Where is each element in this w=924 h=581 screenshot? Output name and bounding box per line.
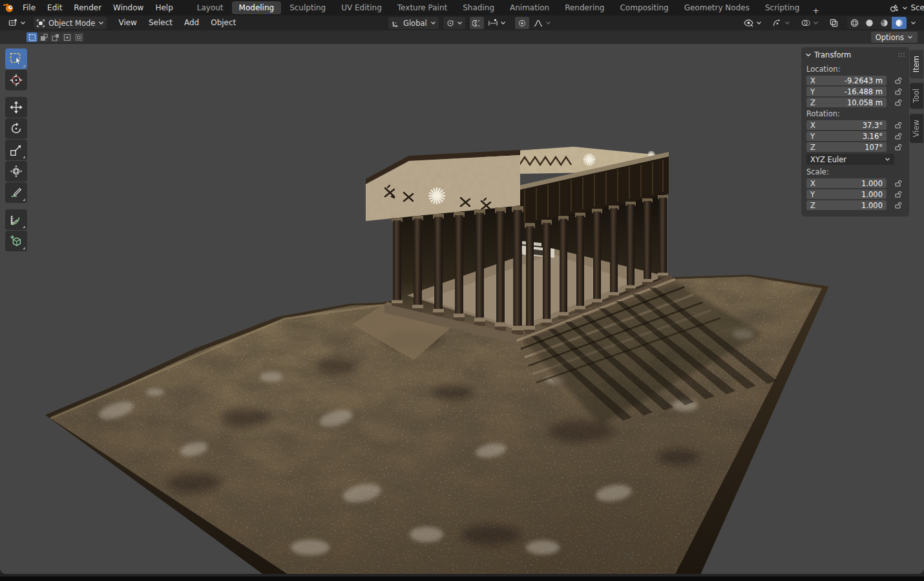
shading-solid-button[interactable] (862, 17, 877, 29)
rotation-z-field[interactable]: Z 107° (806, 142, 887, 152)
shading-wireframe-icon (850, 18, 859, 28)
toolbar (5, 48, 27, 258)
tool-measure-button[interactable] (5, 209, 27, 230)
panel-collapse-icon[interactable] (805, 52, 812, 58)
tool-move-button[interactable] (5, 97, 27, 118)
select-mode-intersect-button[interactable] (73, 32, 84, 42)
scale-z-field[interactable]: Z 1.000 (806, 200, 887, 210)
proportional-editing-button[interactable] (515, 17, 529, 29)
workspace-tab-layout[interactable]: Layout (190, 1, 231, 14)
mode-selector[interactable]: Object Mode (34, 17, 107, 29)
location-label: Location: (806, 65, 909, 74)
location-y-field[interactable]: Y -16.488 m (806, 87, 887, 96)
shading-mode-group (847, 17, 907, 29)
workspace-tab-shading[interactable]: Shading (456, 1, 501, 14)
tool-rotate-button[interactable] (5, 118, 27, 139)
menu-edit[interactable]: Edit (41, 0, 68, 16)
menu-add[interactable]: Add (179, 17, 204, 29)
blender-logo[interactable] (0, 0, 17, 16)
scene-icon (889, 3, 899, 13)
tool-cursor-button[interactable] (5, 70, 27, 90)
sidebar-tab-tool[interactable]: Tool (910, 83, 923, 109)
tool-scale-button[interactable] (5, 140, 27, 160)
proportional-editing-icon (518, 19, 527, 28)
axis-label: Z (810, 143, 815, 152)
xray-toggle-button[interactable] (826, 17, 841, 29)
tool-select-box-button[interactable] (5, 48, 27, 69)
snap-target-icon (488, 19, 498, 28)
workspace-tab-geometry-nodes[interactable]: Geometry Nodes (677, 1, 757, 14)
workspace-tab-rendering[interactable]: Rendering (558, 1, 611, 14)
axis-value: 3.16° (863, 132, 883, 141)
select-mode-set-button[interactable] (26, 32, 37, 42)
tool-settings-bar: Options (0, 30, 924, 44)
transform-orientation-button[interactable]: Global (388, 17, 439, 29)
rotation-y-field[interactable]: Y 3.16° (806, 131, 887, 141)
tool-transform-button[interactable] (5, 161, 27, 182)
editor-type-selector[interactable] (5, 17, 28, 29)
workspace-tab-animation[interactable]: Animation (503, 1, 556, 14)
gizmos-button[interactable] (770, 17, 793, 29)
scale-y-lock-button[interactable] (894, 190, 903, 198)
snap-toggle-button[interactable] (470, 17, 484, 29)
scale-z-lock-button[interactable] (894, 201, 903, 209)
scale-x-lock-button[interactable] (894, 179, 903, 187)
chevron-down-icon (756, 20, 762, 26)
tool-annotate-button[interactable] (5, 182, 27, 203)
select-mode-subtract-button[interactable] (50, 32, 61, 42)
sidebar-tab-item[interactable]: Item (910, 50, 923, 78)
workspace-tab-uv-editing[interactable]: UV Editing (334, 1, 389, 14)
3d-viewport[interactable]: Transform Location: X -9.2643 m Y -16.48… (0, 44, 924, 574)
location-x-field[interactable]: X -9.2643 m (806, 76, 887, 85)
shading-dropdown-button[interactable] (908, 17, 919, 29)
menu-object[interactable]: Object (205, 17, 241, 29)
location-x-lock-button[interactable] (894, 76, 903, 85)
location-z-field[interactable]: Z 10.058 m (806, 98, 887, 107)
workspace-tab-scripting[interactable]: Scripting (758, 1, 806, 14)
pivot-point-button[interactable] (443, 17, 465, 29)
axis-label: X (810, 121, 815, 130)
scale-x-field[interactable]: X 1.000 (806, 178, 887, 188)
rotation-y-lock-button[interactable] (894, 132, 903, 140)
select-mode-extend-button[interactable] (38, 32, 49, 42)
chevron-down-icon (784, 20, 790, 26)
shading-material-button[interactable] (877, 17, 892, 29)
rotation-x-field[interactable]: X 37.3° (806, 120, 887, 130)
shading-rendered-button[interactable] (892, 17, 907, 29)
workspace-tab-sculpting[interactable]: Sculpting (282, 1, 333, 14)
falloff-button[interactable] (530, 17, 554, 29)
add-workspace-button[interactable]: + (807, 6, 824, 16)
scene-selector[interactable]: Scene (889, 0, 924, 16)
select-mode-invert-button[interactable] (61, 32, 72, 42)
overlays-button[interactable] (798, 17, 821, 29)
menu-view[interactable]: View (113, 17, 142, 29)
rotation-x-lock-button[interactable] (894, 121, 903, 129)
menu-window[interactable]: Window (107, 0, 149, 16)
scale-y-field[interactable]: Y 1.000 (806, 189, 887, 199)
gizmos-icon (772, 18, 782, 28)
tool-add-cube-button[interactable] (5, 231, 27, 251)
object-visibility-button[interactable] (740, 17, 764, 29)
menu-help[interactable]: Help (149, 0, 178, 16)
panel-grip-icon[interactable] (898, 52, 905, 58)
rotation-mode-dropdown[interactable]: XYZ Euler (806, 154, 894, 165)
axis-label: Y (810, 190, 815, 199)
3d-viewport-editor-icon (8, 18, 18, 28)
workspace-tab-modeling[interactable]: Modeling (232, 1, 282, 14)
shading-wireframe-button[interactable] (847, 17, 862, 29)
viewport-canvas[interactable] (0, 44, 924, 574)
location-y-lock-button[interactable] (894, 87, 903, 96)
axis-label: Y (810, 132, 815, 141)
options-button[interactable]: Options (871, 32, 918, 43)
menu-file[interactable]: File (17, 0, 41, 16)
chevron-down-icon (457, 20, 463, 26)
rotation-z-lock-button[interactable] (894, 143, 903, 151)
workspace-tab-compositing[interactable]: Compositing (613, 1, 675, 14)
chevron-down-icon (430, 20, 436, 26)
snap-target-button[interactable] (485, 17, 509, 29)
menu-render[interactable]: Render (68, 0, 107, 16)
workspace-tab-texture-paint[interactable]: Texture Paint (390, 1, 454, 14)
sidebar-tab-view[interactable]: View (910, 114, 923, 143)
location-z-lock-button[interactable] (894, 98, 903, 107)
menu-select[interactable]: Select (143, 17, 178, 29)
